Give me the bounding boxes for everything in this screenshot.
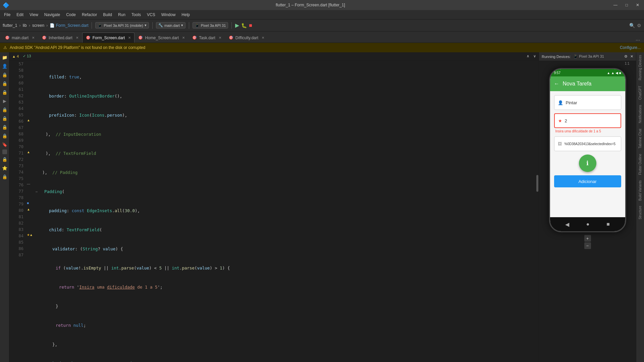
zoom-in-button[interactable]: + — [584, 235, 591, 242]
menu-file[interactable]: File — [1, 12, 13, 18]
sidebar-lock7[interactable]: 🔒 — [1, 132, 8, 139]
phone-back-icon[interactable]: ← — [554, 81, 559, 87]
zoom-out-button[interactable]: − — [584, 242, 591, 249]
close-button[interactable]: ✕ — [634, 3, 641, 7]
nav-back[interactable]: ◀ — [565, 221, 569, 228]
debug-button[interactable]: 🐛 — [241, 23, 247, 28]
run-button[interactable]: ▶ — [235, 22, 239, 28]
code-line-62: ), // Padding — [36, 169, 538, 176]
collapse-icon[interactable]: ∧ — [527, 54, 529, 58]
gutter-fold-1[interactable]: — — [27, 182, 30, 186]
tab-inherited-dart[interactable]: 🎯 Inherited.dart ✕ — [38, 33, 82, 43]
menu-help[interactable]: Help — [179, 12, 193, 18]
sidebar-star[interactable]: ⭐ — [1, 164, 8, 172]
scrollbar-thumb[interactable] — [536, 175, 538, 192]
right-vertical-sidebar: Running Devices ChatGPT Notifications Ta… — [636, 52, 644, 362]
tab-form-screen-dart[interactable]: 🎯 Form_Screen.dart ✕ — [82, 33, 135, 43]
sidebar-build-variants[interactable]: Build Variants — [638, 178, 643, 203]
menu-navigate[interactable]: Navigate — [42, 12, 63, 18]
phone-difficulty-value: 2 — [565, 118, 567, 123]
sidebar-lock4[interactable]: 🔒 — [1, 106, 8, 113]
search-button[interactable]: 🔍 — [629, 23, 635, 28]
code-line-67: if (value!.isEmpty || int.parse(value) <… — [36, 265, 538, 271]
expand-icon[interactable]: ∨ — [533, 54, 536, 58]
stop-button[interactable]: ■ — [249, 22, 252, 28]
code-line-69: } — [36, 303, 538, 309]
code-line-57: filled: true, — [36, 74, 538, 80]
tab-difficulty-dart[interactable]: 🎯 Difficulty.dart ✕ — [225, 33, 268, 43]
menu-run[interactable]: Run — [115, 12, 128, 18]
header-close[interactable]: ✕ — [630, 54, 633, 59]
nav-recent[interactable]: ■ — [606, 221, 610, 227]
title-bar-left: 🔷 — [3, 2, 9, 8]
sidebar-structure[interactable]: Structure — [638, 203, 643, 222]
code-content[interactable]: filled: true, border: OutlineInputBorder… — [34, 60, 538, 362]
image-icon: 🖼 — [558, 141, 562, 146]
header-settings[interactable]: ⚙ — [624, 54, 628, 59]
phone-nav-bar: ◀ ● ■ — [550, 217, 625, 231]
warning-count: ▲ 4 — [12, 54, 19, 58]
sidebar-chevron[interactable]: ▶ — [1, 97, 8, 105]
sidebar-lock3[interactable]: 🔒 — [1, 88, 8, 96]
sidebar-lock5[interactable]: 🔒 — [1, 115, 8, 122]
menu-edit[interactable]: Edit — [14, 12, 26, 18]
menu-view[interactable]: View — [27, 12, 41, 18]
editor-area: ▲ 4 ✓ 13 ∧ ∨ 57 58 59 60 61 62 63 64 65 … — [9, 52, 539, 362]
minimize-button[interactable]: — — [611, 3, 620, 7]
dart-icon-2: 🎯 — [42, 36, 47, 40]
warning-icon: ⚠ — [3, 45, 7, 50]
tab-close-task[interactable]: ✕ — [219, 36, 221, 40]
settings-button[interactable]: ⚙ — [637, 23, 641, 28]
second-device[interactable]: 📱 Pixel 3a API 31 — [193, 22, 228, 28]
sidebar-lock1[interactable]: 🔒 — [1, 71, 8, 78]
tab-task-dart[interactable]: 🎯 Task.dart ✕ — [189, 33, 225, 43]
code-line-58: border: OutlineInputBorder(), — [36, 93, 538, 99]
sidebar-lock2[interactable]: 🔒 — [1, 80, 8, 87]
star-icon: ★ — [558, 118, 562, 123]
menu-refactor[interactable]: Refactor — [79, 12, 100, 18]
tab-close-form[interactable]: ✕ — [128, 36, 131, 40]
device-selector[interactable]: 📱 Pixel 3a API 31 (mobile) ▾ — [95, 22, 149, 28]
scrollbar-track[interactable] — [536, 60, 539, 362]
nav-home[interactable]: ● — [586, 221, 590, 227]
phone-add-button[interactable]: Adicionar — [554, 175, 621, 187]
sidebar-running-devices[interactable]: Running Devices — [638, 52, 643, 83]
menu-tools[interactable]: Tools — [129, 12, 144, 18]
run-config[interactable]: 🔧 main.dart ▾ — [156, 22, 185, 28]
menu-build[interactable]: Build — [100, 12, 115, 18]
sidebar-git[interactable]: 👤 — [1, 62, 8, 70]
sidebar-tabnine-chat[interactable]: Tabnine Chat — [638, 126, 643, 151]
gutter: ▲ ▲ — ■ ▲ ★ ▲ — [26, 60, 34, 362]
menu-vcs[interactable]: VCS — [144, 12, 158, 18]
tab-close-inherited[interactable]: ✕ — [76, 36, 78, 40]
sidebar-lock8[interactable]: 🔒 — [1, 156, 8, 163]
sidebar-chatgpt[interactable]: ChatGPT — [638, 83, 643, 103]
menu-bar: File Edit View Navigate Code Refactor Bu… — [0, 10, 644, 19]
tab-main-dart[interactable]: 🎯 main.dart ✕ — [1, 33, 38, 43]
tab-home-screen-dart[interactable]: 🎯 Home_Screen.dart ✕ — [135, 33, 189, 43]
tab-close-home[interactable]: ✕ — [182, 36, 185, 40]
maximize-button[interactable]: □ — [624, 3, 630, 7]
phone-address-field[interactable]: 🖼 %0D38A203413&selectedIndex=5 — [554, 136, 621, 151]
menu-window[interactable]: Window — [159, 12, 178, 18]
sidebar-project[interactable]: 📁 — [1, 54, 8, 61]
sidebar-bookmark[interactable]: 🔖 — [1, 141, 8, 148]
tab-close-main[interactable]: ✕ — [32, 36, 35, 40]
phone-task-field[interactable]: 👤 Pintar — [554, 95, 621, 110]
phone-fab[interactable]: ℹ — [579, 155, 596, 172]
menu-code[interactable]: Code — [63, 12, 78, 18]
window-controls[interactable]: — □ ✕ — [611, 3, 641, 7]
scale-indicator: 1:1 — [625, 62, 630, 65]
phone-difficulty-field[interactable]: ★ 2 — [554, 113, 621, 128]
sidebar-notifications[interactable]: Notifications — [638, 102, 643, 126]
sidebar-square[interactable] — [2, 149, 7, 154]
code-editor[interactable]: 57 58 59 60 61 62 63 64 65 66 67 68 69 7… — [9, 60, 539, 362]
code-line-68: return 'Insira uma dificuldade de 1 a 5'… — [36, 284, 538, 290]
sidebar-lock9[interactable]: 🔒 — [1, 173, 8, 180]
tab-close-difficulty[interactable]: ✕ — [262, 36, 264, 40]
configure-link[interactable]: Configure... — [620, 45, 641, 50]
more-tabs[interactable]: ⋯ — [633, 38, 643, 43]
sidebar-lock6[interactable]: 🔒 — [1, 123, 8, 131]
gutter-warning-3: ▲ — [27, 207, 30, 211]
sidebar-flutter-outline[interactable]: Flutter Outline — [638, 151, 643, 178]
